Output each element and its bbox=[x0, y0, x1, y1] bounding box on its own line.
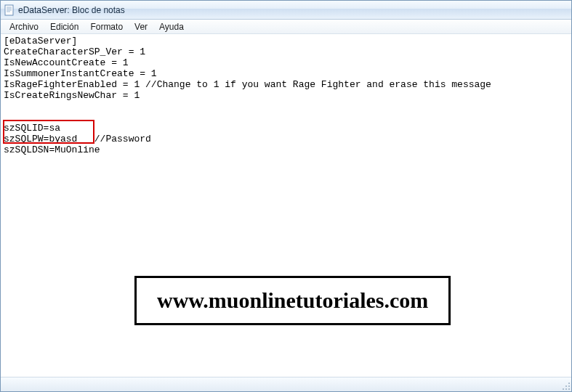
window-title: eDataServer: Bloc de notas bbox=[18, 5, 125, 15]
svg-point-8 bbox=[563, 388, 564, 390]
menu-ver[interactable]: Ver bbox=[129, 21, 153, 33]
menu-edicion[interactable]: Edición bbox=[44, 21, 84, 33]
menu-archivo[interactable]: Archivo bbox=[4, 21, 44, 33]
editor-text[interactable]: [eDataServer] CreateCharacterSP_Ver = 1 … bbox=[4, 36, 491, 155]
notepad-window: eDataServer: Bloc de notas Archivo Edici… bbox=[0, 0, 572, 392]
menubar: Archivo Edición Formato Ver Ayuda bbox=[1, 20, 571, 34]
svg-point-6 bbox=[565, 385, 567, 387]
svg-point-9 bbox=[565, 388, 567, 390]
svg-point-10 bbox=[568, 388, 570, 390]
resize-grip[interactable] bbox=[560, 380, 571, 391]
editor-area[interactable]: [eDataServer] CreateCharacterSP_Ver = 1 … bbox=[1, 34, 571, 377]
titlebar[interactable]: eDataServer: Bloc de notas bbox=[1, 1, 571, 20]
svg-point-5 bbox=[568, 383, 570, 384]
notepad-icon bbox=[4, 4, 15, 16]
statusbar bbox=[1, 377, 571, 391]
svg-point-7 bbox=[568, 385, 570, 387]
menu-ayuda[interactable]: Ayuda bbox=[153, 21, 190, 33]
watermark-text: www.muonlinetutoriales.com bbox=[157, 288, 428, 312]
watermark-box: www.muonlinetutoriales.com bbox=[134, 276, 451, 325]
menu-formato[interactable]: Formato bbox=[84, 21, 129, 33]
